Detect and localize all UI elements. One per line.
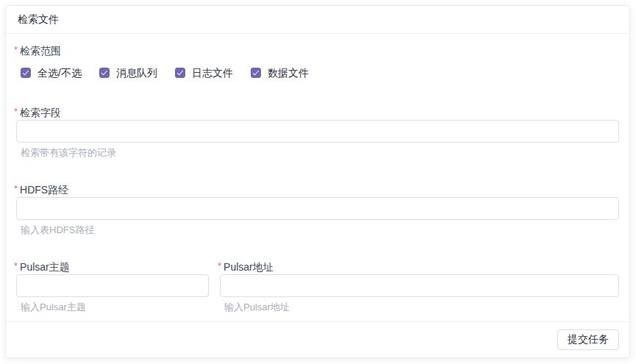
required-asterisk: * — [14, 182, 18, 196]
pulsar-address-label-row: * Pulsar地址 — [218, 260, 619, 274]
keyword-label-row: * 检索字段 — [14, 105, 619, 120]
checkbox-log-files[interactable]: 日志文件 — [175, 67, 233, 79]
submit-task-button[interactable]: 提交任务 — [557, 329, 619, 350]
required-asterisk: * — [218, 260, 221, 273]
check-icon — [177, 69, 183, 76]
pulsar-topic-label-row: * Pulsar主题 — [14, 260, 209, 274]
form-item-pulsar-address: * Pulsar地址 输入Pulsar地址 — [220, 260, 619, 313]
pulsar-topic-input[interactable] — [16, 274, 209, 297]
check-icon — [101, 69, 107, 76]
checkbox-label: 日志文件 — [192, 67, 233, 79]
pulsar-topic-helper: 输入Pulsar主题 — [16, 301, 209, 313]
form-item-keyword: * 检索字段 检索带有该字符的记录 — [16, 105, 619, 159]
checkbox-box[interactable] — [21, 68, 31, 78]
form-item-pulsar-topic: * Pulsar主题 输入Pulsar主题 — [16, 260, 209, 313]
checkbox-box[interactable] — [175, 68, 185, 78]
form-item-scope: * 检索范围 全选/不选 消息队列 日志文件 — [16, 43, 619, 79]
check-icon — [23, 69, 29, 76]
pulsar-address-label: Pulsar地址 — [224, 260, 274, 274]
required-asterisk: * — [14, 43, 18, 57]
pulsar-address-helper: 输入Pulsar地址 — [220, 301, 619, 313]
hdfs-helper: 输入表HDFS路径 — [16, 224, 619, 236]
keyword-label: 检索字段 — [20, 105, 61, 120]
checkbox-label: 数据文件 — [268, 67, 309, 79]
hdfs-label: HDFS路经 — [20, 182, 68, 197]
pulsar-address-input[interactable] — [220, 274, 619, 297]
required-asterisk: * — [14, 105, 18, 118]
checkbox-box[interactable] — [251, 68, 261, 78]
scope-checkbox-row: 全选/不选 消息队列 日志文件 数据文件 — [16, 67, 619, 79]
checkbox-box[interactable] — [99, 68, 110, 78]
pulsar-topic-label: Pulsar主题 — [20, 260, 70, 274]
hdfs-label-row: * HDFS路经 — [14, 182, 619, 197]
checkbox-data-files[interactable]: 数据文件 — [251, 67, 309, 79]
keyword-helper: 检索带有该字符的记录 — [16, 146, 619, 159]
check-icon — [253, 69, 259, 76]
required-asterisk: * — [14, 260, 18, 273]
checkbox-label: 全选/不选 — [37, 67, 82, 79]
pulsar-row: * Pulsar主题 输入Pulsar主题 * Pulsar地址 输入Pulsa… — [16, 260, 619, 313]
scope-label: 检索范围 — [20, 43, 61, 58]
search-form: * 检索范围 全选/不选 消息队列 日志文件 — [6, 34, 629, 321]
checkbox-message-queue[interactable]: 消息队列 — [99, 67, 157, 79]
card-header: 检索文件 — [6, 6, 629, 34]
page: 检索文件 * 检索范围 全选/不选 消息队列 — [0, 0, 636, 364]
search-files-card: 检索文件 * 检索范围 全选/不选 消息队列 — [5, 5, 630, 358]
hdfs-path-input[interactable] — [16, 197, 619, 220]
checkbox-label: 消息队列 — [116, 67, 157, 79]
form-item-hdfs: * HDFS路经 输入表HDFS路径 — [16, 182, 619, 236]
card-title: 检索文件 — [18, 13, 59, 25]
scope-label-row: * 检索范围 — [14, 43, 619, 58]
checkbox-select-all[interactable]: 全选/不选 — [21, 67, 82, 79]
card-footer: 提交任务 — [6, 321, 629, 357]
keyword-input[interactable] — [16, 120, 619, 143]
